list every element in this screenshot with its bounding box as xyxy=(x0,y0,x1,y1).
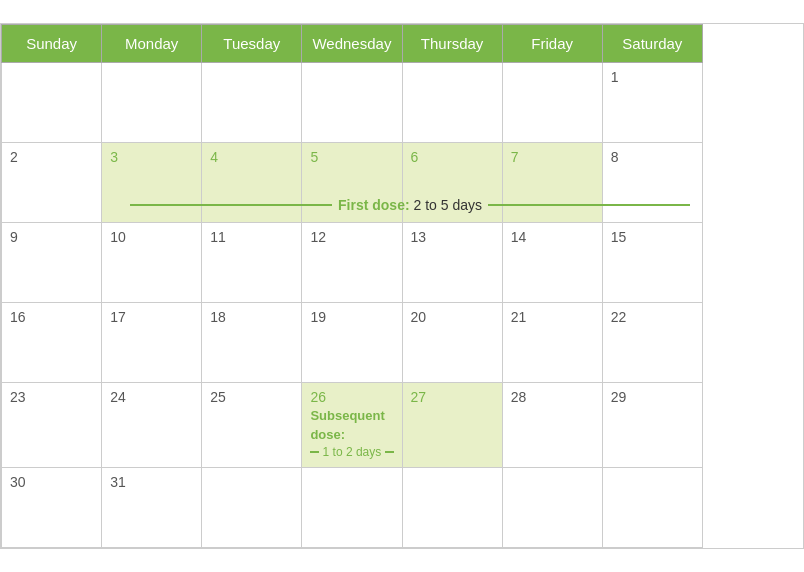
day-cell-27: 27 xyxy=(402,383,502,467)
day-cell: 12 xyxy=(302,223,402,303)
header-saturday: Saturday xyxy=(602,25,702,63)
day-cell xyxy=(202,63,302,143)
day-cell: 11 xyxy=(202,223,302,303)
day-cell xyxy=(602,467,702,547)
day-cell: 17 xyxy=(102,303,202,383)
day-cell xyxy=(302,63,402,143)
day-cell: 9 xyxy=(2,223,102,303)
day-cell: 19 xyxy=(302,303,402,383)
header-friday: Friday xyxy=(502,25,602,63)
day-cell: 16 xyxy=(2,303,102,383)
day-cell-5: 5 xyxy=(302,143,402,223)
week-row-4: 16 17 18 19 20 21 22 xyxy=(2,303,803,383)
day-cell-26: 26 Subsequent dose: 1 to 2 days xyxy=(302,383,402,467)
week-row-2: 2 3 4 5 6 7 8 xyxy=(2,143,803,223)
header-sunday: Sunday xyxy=(2,25,102,63)
calendar: Sunday Monday Tuesday Wednesday Thursday… xyxy=(0,23,804,548)
day-cell xyxy=(302,467,402,547)
day-cell: 13 xyxy=(402,223,502,303)
day-cell-4: 4 xyxy=(202,143,302,223)
day-cell xyxy=(502,467,602,547)
day-cell: 1 xyxy=(602,63,702,143)
day-cell: 23 xyxy=(2,383,102,467)
week-row-1: 1 xyxy=(2,63,803,143)
day-cell-6: 6 xyxy=(402,143,502,223)
day-cell: 31 xyxy=(102,467,202,547)
day-cell-3: 3 xyxy=(102,143,202,223)
day-cell: 21 xyxy=(502,303,602,383)
day-cell xyxy=(102,63,202,143)
day-cell: 25 xyxy=(202,383,302,467)
day-cell: 18 xyxy=(202,303,302,383)
header-monday: Monday xyxy=(102,25,202,63)
day-cell: 20 xyxy=(402,303,502,383)
day-cell xyxy=(402,63,502,143)
day-cell-7: 7 xyxy=(502,143,602,223)
subsequent-dose-range: 1 to 2 days xyxy=(323,444,382,461)
header-wednesday: Wednesday xyxy=(302,25,402,63)
week-row-6: 30 31 xyxy=(2,467,803,547)
header-tuesday: Tuesday xyxy=(202,25,302,63)
week-row-3: 9 10 11 12 13 14 15 xyxy=(2,223,803,303)
day-cell xyxy=(202,467,302,547)
day-cell: 10 xyxy=(102,223,202,303)
day-cell: 22 xyxy=(602,303,702,383)
header-thursday: Thursday xyxy=(402,25,502,63)
day-cell xyxy=(402,467,502,547)
day-cell xyxy=(2,63,102,143)
day-cell: 24 xyxy=(102,383,202,467)
day-cell: 14 xyxy=(502,223,602,303)
subsequent-dose-label: Subsequent dose: xyxy=(310,408,384,441)
day-cell: 29 xyxy=(602,383,702,467)
day-cell: 30 xyxy=(2,467,102,547)
day-cell-8: 8 xyxy=(602,143,702,223)
week-row-5: 23 24 25 26 Subsequent dose: 1 to 2 days xyxy=(2,383,803,467)
day-cell xyxy=(502,63,602,143)
day-cell: 15 xyxy=(602,223,702,303)
day-cell-2: 2 xyxy=(2,143,102,223)
day-cell: 28 xyxy=(502,383,602,467)
